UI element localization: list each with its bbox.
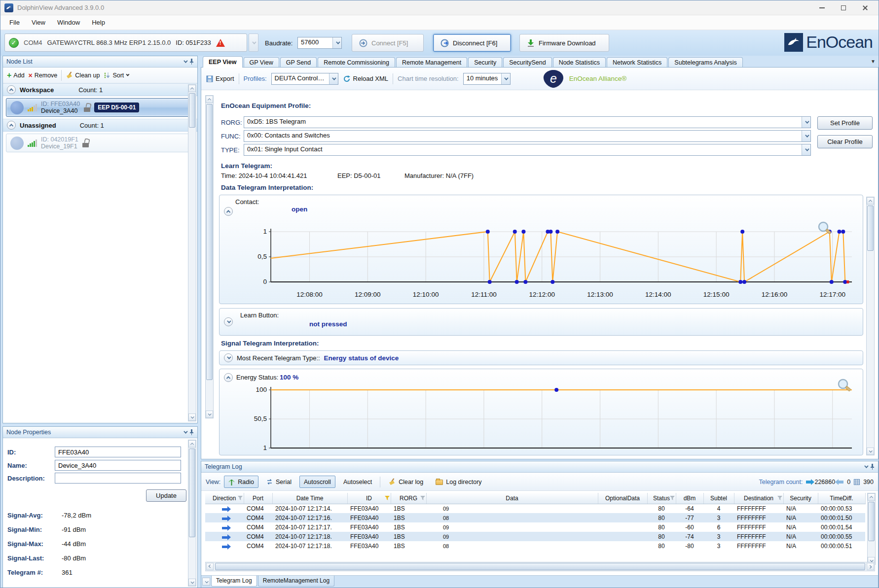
scroll-down-button[interactable] bbox=[188, 414, 196, 421]
update-button[interactable]: Update bbox=[146, 489, 186, 502]
scrollbar-thumb[interactable] bbox=[189, 93, 195, 128]
scrollbar-thumb[interactable] bbox=[206, 104, 213, 380]
tab-scroll-button[interactable] bbox=[202, 578, 210, 586]
connection-status[interactable]: ✓ COM4 GATEWAYCTRL 868.3 MHz ERP1 2.15.0… bbox=[4, 34, 247, 52]
filter-funnel-icon[interactable] bbox=[385, 496, 390, 500]
menu-help[interactable]: Help bbox=[86, 16, 111, 29]
table-horizontal-scrollbar[interactable] bbox=[205, 562, 875, 571]
table-row[interactable]: COM42024-10-07 12:17:14.FFE03A401BS0980-… bbox=[205, 504, 865, 513]
scroll-up-button[interactable] bbox=[188, 440, 196, 448]
minimize-button[interactable] bbox=[817, 3, 826, 12]
column-header-rorg[interactable]: RORG bbox=[391, 493, 426, 504]
unassigned-group-header[interactable]: Unassigned Count: 1 bbox=[3, 119, 197, 132]
add-node-button[interactable]: +Add bbox=[7, 71, 25, 80]
column-header-timediff[interactable]: TimeDiff. bbox=[818, 493, 865, 504]
column-header-direction[interactable]: Direction bbox=[205, 493, 244, 504]
filter-funnel-icon[interactable] bbox=[777, 496, 782, 500]
contact-chart[interactable]: 12:08:0012:09:0012:10:0012:11:0012:12:00… bbox=[221, 216, 860, 302]
column-header-dbm[interactable]: dBm bbox=[676, 493, 703, 504]
column-header-destination[interactable]: Destination bbox=[734, 493, 783, 504]
column-header-data[interactable]: Data bbox=[426, 493, 598, 504]
table-vertical-scrollbar[interactable] bbox=[867, 493, 876, 565]
scroll-up-button[interactable] bbox=[206, 96, 213, 103]
radio-toggle[interactable]: Radio bbox=[224, 476, 258, 488]
type-select[interactable]: 0x01: Single Input Contact bbox=[244, 144, 811, 156]
table-row[interactable]: COM42024-10-07 12:17:16.FFE03A401BS0880-… bbox=[205, 513, 865, 522]
rorg-arrow[interactable] bbox=[802, 117, 810, 128]
scroll-left-button[interactable] bbox=[206, 563, 214, 570]
description-field[interactable] bbox=[55, 473, 181, 484]
id-field[interactable] bbox=[55, 447, 181, 457]
column-header-datetime[interactable]: Date Time bbox=[272, 493, 347, 504]
collapse-energy-button[interactable] bbox=[224, 373, 233, 382]
collapse-unassigned-button[interactable] bbox=[7, 121, 16, 130]
close-button[interactable] bbox=[861, 3, 870, 12]
scrollbar-thumb[interactable] bbox=[215, 563, 865, 570]
column-header-status[interactable]: Status bbox=[647, 493, 676, 504]
pin-icon[interactable] bbox=[870, 464, 875, 470]
tab-securitysend[interactable]: SecuritySend bbox=[503, 57, 551, 68]
tab-gp-send[interactable]: GP Send bbox=[280, 57, 317, 68]
connect-button[interactable]: Connect [F5] bbox=[352, 34, 424, 52]
rorg-select[interactable]: 0xD5: 1BS Telegram bbox=[244, 116, 811, 128]
autoscroll-toggle[interactable]: Autoscroll bbox=[299, 476, 335, 488]
profiles-arrow[interactable] bbox=[329, 73, 338, 84]
chart-resolution-select[interactable]: 10 minutes bbox=[463, 73, 511, 85]
tab-remote-management[interactable]: Remote Management bbox=[396, 57, 467, 68]
table-row[interactable]: COM42024-10-07 12:17:18.FFE03A401BS0880-… bbox=[205, 541, 865, 551]
scroll-down-button[interactable] bbox=[867, 448, 874, 455]
tab-subtelegrams-analysis[interactable]: Subtelegrams Analysis bbox=[668, 57, 742, 68]
name-field[interactable] bbox=[55, 460, 181, 471]
scroll-up-button[interactable] bbox=[867, 197, 874, 205]
serial-toggle[interactable]: Serial bbox=[262, 476, 296, 488]
node-properties-scrollbar[interactable] bbox=[188, 440, 196, 587]
menu-file[interactable]: File bbox=[3, 16, 26, 29]
scroll-right-button[interactable] bbox=[867, 563, 874, 570]
node-row-unassigned[interactable]: ID: 042019F1 Device_19F1 bbox=[6, 134, 194, 152]
collapse-workspace-button[interactable] bbox=[7, 85, 16, 94]
column-header-security[interactable]: Security bbox=[783, 493, 818, 504]
export-button[interactable]: Export bbox=[206, 75, 234, 82]
scrollbar-thumb[interactable] bbox=[867, 206, 874, 251]
type-arrow[interactable] bbox=[802, 144, 810, 155]
pin-icon[interactable] bbox=[189, 429, 194, 435]
scroll-up-button[interactable] bbox=[188, 85, 196, 92]
tab-overflow-button[interactable]: ▼ bbox=[871, 59, 876, 64]
collapse-panel-icon[interactable] bbox=[183, 429, 187, 433]
scroll-up-button[interactable] bbox=[868, 493, 875, 501]
autoselect-toggle[interactable]: Autoselect bbox=[339, 476, 376, 488]
reload-xml-button[interactable]: Reload XML bbox=[343, 75, 389, 83]
tab-telegram-log[interactable]: Telegram Log bbox=[211, 576, 257, 587]
column-header-port[interactable]: Port bbox=[244, 493, 272, 504]
profiles-select[interactable]: DEUTA Controls EEP bbox=[271, 73, 338, 85]
sort-button[interactable]: Sort bbox=[104, 72, 128, 79]
filter-funnel-icon[interactable] bbox=[238, 496, 243, 500]
set-profile-button[interactable]: Set Profile bbox=[817, 116, 873, 130]
collapse-panel-icon[interactable] bbox=[183, 59, 187, 63]
connection-dropdown-button[interactable] bbox=[249, 34, 258, 52]
charts-scrollbar[interactable] bbox=[866, 197, 875, 455]
tab-gp-view[interactable]: GP View bbox=[244, 57, 279, 68]
scroll-down-button[interactable] bbox=[188, 579, 196, 586]
log-directory-button[interactable]: Log directory bbox=[431, 476, 486, 488]
tab-security[interactable]: Security bbox=[468, 57, 502, 68]
energy-chart[interactable]: 10050,51 bbox=[221, 384, 860, 454]
eep-content-scrollbar[interactable] bbox=[205, 95, 214, 418]
node-list-scrollbar[interactable] bbox=[188, 84, 196, 421]
tab-network-statistics[interactable]: Network Statistics bbox=[607, 57, 667, 68]
menu-window[interactable]: Window bbox=[51, 16, 86, 29]
tab-eep-view[interactable]: EEP View bbox=[203, 56, 243, 68]
tab-node-statistics[interactable]: Node Statistics bbox=[553, 57, 606, 68]
chart-resolution-arrow[interactable] bbox=[501, 73, 510, 84]
expand-recent-button[interactable] bbox=[224, 353, 233, 362]
baudrate-arrow[interactable] bbox=[332, 37, 341, 48]
column-header-id[interactable]: ID bbox=[347, 493, 391, 504]
filter-funnel-icon[interactable] bbox=[420, 496, 425, 500]
scrollbar-thumb[interactable] bbox=[189, 449, 195, 537]
tab-remote-commissioning[interactable]: Remote Commissioning bbox=[318, 57, 395, 68]
func-select[interactable]: 0x00: Contacts and Switches bbox=[244, 130, 811, 142]
table-row[interactable]: COM42024-10-07 12:17:17.FFE03A401BS0980-… bbox=[205, 522, 865, 532]
cleanup-button[interactable]: Clean up bbox=[66, 71, 100, 79]
scrollbar-thumb[interactable] bbox=[868, 502, 875, 541]
pin-icon[interactable] bbox=[189, 59, 194, 65]
